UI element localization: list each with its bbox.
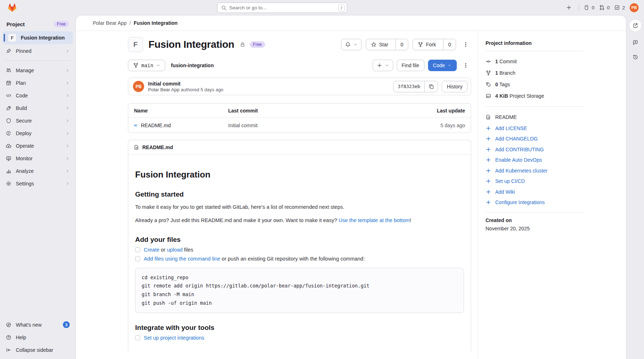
topbar-divider [579, 4, 579, 11]
add-wiki-link[interactable]: Add Wiki [486, 187, 584, 197]
collapse-sidebar-icon [6, 347, 12, 353]
tags-stat[interactable]: 0 Tags [486, 79, 584, 90]
search-shortcut-key: / [339, 4, 345, 11]
last-commit-box: PB Initial commit Polar Bear App authore… [128, 78, 471, 95]
project-more-actions-button[interactable] [460, 39, 471, 50]
sidebar-item-plan[interactable]: Plan [3, 77, 73, 89]
storage-stat[interactable]: 4 KiB Project Storage [486, 90, 584, 102]
sidebar-item-deploy[interactable]: Deploy [3, 127, 73, 139]
add-comment-button[interactable] [631, 38, 640, 47]
set-up-cicd-link[interactable]: Set up CI/CD [486, 176, 584, 187]
add-license-link[interactable]: Add LICENSE [486, 123, 584, 134]
template-link[interactable]: Use the template at the bottom [339, 217, 410, 223]
commit-author[interactable]: Polar Bear App [148, 87, 179, 92]
branch-icon [486, 70, 491, 76]
star-count[interactable]: 0 [395, 39, 408, 50]
branch-selector[interactable]: main [128, 60, 165, 71]
find-file-button[interactable]: Find file [397, 60, 424, 71]
tier-badge[interactable]: Free [54, 21, 69, 27]
commit-author-avatar[interactable]: PB [133, 81, 144, 92]
create-new-button[interactable] [564, 3, 574, 13]
upload-file-link[interactable]: upload [167, 247, 183, 253]
sidebar-item-code[interactable]: Code [3, 89, 73, 101]
code-dropdown-button[interactable]: Code [428, 60, 457, 71]
add-kubernetes-cluster-link[interactable]: Add Kubernetes cluster [486, 165, 584, 176]
link-label: Configure Integrations [495, 199, 545, 205]
search-icon [221, 5, 227, 11]
top-bar: / 0 0 2 PB [0, 0, 644, 15]
repo-more-actions-button[interactable] [460, 60, 471, 71]
branches-stat[interactable]: 1 Branch [486, 67, 584, 79]
user-avatar[interactable]: PB [630, 3, 639, 12]
sidebar-item-manage[interactable]: Manage [3, 64, 73, 76]
bell-icon [345, 42, 351, 47]
plus-icon [486, 147, 491, 152]
sidebar-item-settings[interactable]: Settings [3, 178, 73, 189]
issues-counter[interactable]: 0 [584, 5, 594, 10]
fork-button[interactable]: Fork [413, 39, 441, 50]
commit-title-link[interactable]: Initial commit [148, 81, 224, 87]
gitlab-logo-icon[interactable] [8, 3, 17, 12]
page-title: Fusion Integration [148, 39, 234, 50]
history-button[interactable] [631, 53, 640, 61]
edit-button[interactable] [629, 19, 642, 32]
commits-stat[interactable]: 1 Commit [486, 56, 584, 67]
add-your-files-heading: Add your files [135, 236, 464, 244]
file-link[interactable]: README.md [141, 123, 171, 128]
readme-file-link[interactable]: README.md [142, 144, 173, 150]
row-last-commit-link[interactable]: Initial commit [228, 123, 408, 128]
sidebar-item-whats-new[interactable]: What's new 3 [3, 319, 73, 331]
pin-icon [6, 48, 12, 54]
sidebar-item-analyze[interactable]: Analyze [3, 165, 73, 177]
row-last-update: 5 days ago [408, 123, 465, 128]
rocket-icon [6, 105, 12, 111]
users-icon [6, 68, 12, 73]
global-search[interactable]: / [217, 3, 347, 13]
add-to-tree-button[interactable] [373, 60, 393, 71]
copy-sha-button[interactable] [424, 81, 438, 92]
breadcrumb-separator: / [129, 20, 131, 26]
project-avatar-large: F [128, 37, 143, 52]
comment-plus-icon [632, 40, 638, 45]
created-on-value: November 20, 2025 [486, 226, 530, 231]
left-sidebar: Project Free F Fusion Integration Pinned… [0, 15, 75, 359]
notifications-dropdown-button[interactable] [341, 39, 362, 50]
add-contributing-link[interactable]: Add CONTRIBUTING [486, 144, 584, 155]
breadcrumb-group-link[interactable]: Polar Bear App [93, 20, 126, 26]
issues-count: 0 [592, 5, 594, 10]
create-file-link[interactable]: Create [144, 247, 160, 253]
enable-auto-devops-link[interactable]: Enable Auto DevOps [486, 155, 584, 166]
code-button-label: Code [433, 63, 445, 68]
search-input[interactable] [229, 5, 336, 10]
command-line-link[interactable]: Add files using the command line [144, 256, 220, 262]
readme-label: README [495, 114, 517, 120]
add-changelog-link[interactable]: Add CHANGELOG [486, 134, 584, 144]
current-branch: main [141, 63, 153, 68]
project-tier-badge[interactable]: Free [250, 41, 265, 48]
star-button[interactable]: Star [366, 39, 393, 50]
sidebar-collapse-button[interactable]: Collapse sidebar [3, 344, 73, 356]
sidebar-project-name: Fusion Integration [21, 35, 70, 41]
link-label: Add Kubernetes cluster [495, 168, 548, 174]
history-label: History [447, 84, 463, 89]
sidebar-item-operate[interactable]: Operate [3, 140, 73, 152]
sidebar-item-pinned[interactable]: Pinned [3, 45, 73, 57]
collapse-label: Collapse sidebar [16, 347, 70, 353]
fork-count[interactable]: 0 [443, 39, 456, 50]
link-label: Add CHANGELOG [495, 136, 538, 142]
sidebar-item-monitor[interactable]: Monitor [3, 152, 73, 164]
sidebar-item-project[interactable]: F Fusion Integration [3, 31, 73, 44]
star-icon [371, 42, 377, 47]
plus-icon [566, 5, 572, 10]
checkbox [135, 256, 140, 261]
sidebar-item-help[interactable]: Help [3, 331, 73, 343]
sidebar-item-build[interactable]: Build [3, 102, 73, 114]
project-integrations-link[interactable]: Set up project integrations [144, 335, 204, 341]
todos-counter[interactable]: 2 [614, 5, 625, 10]
configure-integrations-link[interactable]: Configure Integrations [486, 197, 584, 208]
sidebar-item-secure[interactable]: Secure [3, 115, 73, 126]
stat-value: 4 KiB [495, 93, 508, 99]
merge-requests-counter[interactable]: 0 [599, 5, 610, 10]
readme-link[interactable]: README [486, 111, 584, 123]
history-button[interactable]: History [442, 81, 468, 92]
